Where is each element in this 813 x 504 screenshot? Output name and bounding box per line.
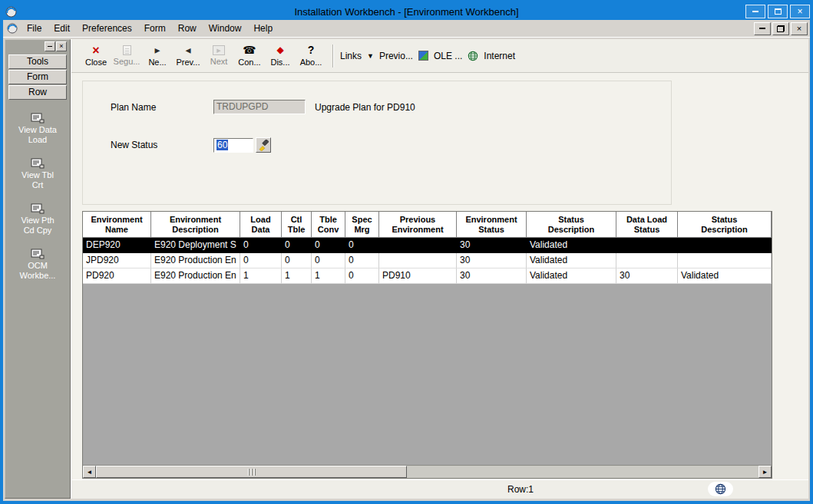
header-form-panel: Plan Name TRDUPGPD Upgrade Plan for PD91… xyxy=(82,81,672,205)
internet-globe-icon[interactable] xyxy=(468,51,478,61)
scroll-right-button[interactable]: ► xyxy=(758,466,772,478)
menu-item-window[interactable]: Window xyxy=(203,21,248,36)
menu-item-form[interactable]: Form xyxy=(138,21,172,36)
grid-cell[interactable] xyxy=(616,238,678,253)
toolbar-button-label: Prev... xyxy=(177,58,200,67)
grid-cell[interactable]: 0 xyxy=(282,253,312,268)
grid-cell[interactable]: 0 xyxy=(345,253,379,268)
sidebar-item-ocm[interactable]: OCM Workbe... xyxy=(8,249,67,281)
links-selected-value[interactable]: Previo... xyxy=(379,51,413,61)
table-row[interactable]: DEP920E920 Deployment S000030Validated xyxy=(83,238,772,253)
scrollbar-thumb[interactable] xyxy=(96,466,407,478)
grid-column-header[interactable]: Tble Conv xyxy=(312,212,345,238)
previous-record-icon: ◂ xyxy=(185,44,190,56)
grid-cell[interactable]: E920 Production En xyxy=(151,253,240,268)
grid-column-header[interactable]: Data Load Status xyxy=(616,212,678,238)
grid-column-header[interactable]: Status Description xyxy=(527,212,616,238)
maximize-icon xyxy=(775,8,782,15)
grid-column-header[interactable]: Spec Mrg xyxy=(345,212,379,238)
grid-cell[interactable]: Validated xyxy=(527,253,616,268)
scrollbar-track[interactable] xyxy=(96,466,758,478)
grid-column-header[interactable]: Environment Status xyxy=(457,212,527,238)
toolbar-button-prev[interactable]: ◂Prev... xyxy=(173,41,203,71)
grid-cell[interactable]: 1 xyxy=(282,268,312,284)
grid-cell[interactable] xyxy=(678,238,772,253)
grid-column-header[interactable]: Environment Description xyxy=(151,212,240,238)
grid-cell[interactable] xyxy=(379,253,457,268)
grid-cell[interactable]: 30 xyxy=(457,238,527,253)
toolbar-button-con[interactable]: ☎Con... xyxy=(234,41,265,71)
menu-item-preferences[interactable]: Preferences xyxy=(76,21,138,36)
grid-cell[interactable]: Validated xyxy=(678,268,772,284)
mdi-child-icon[interactable] xyxy=(7,23,18,34)
sidebar-item-view-data[interactable]: View Data Load xyxy=(8,113,67,145)
sidebar-close-button[interactable]: × xyxy=(56,41,67,51)
grid-column-header[interactable]: Status Description xyxy=(678,212,772,238)
grid-column-header[interactable]: Ctl Tble xyxy=(282,212,312,238)
mdi-close-icon: × xyxy=(797,24,801,33)
grid-header: Environment NameEnvironment DescriptionL… xyxy=(83,212,772,238)
sidebar-tab-row[interactable]: Row xyxy=(8,85,67,100)
grid-cell[interactable]: DEP920 xyxy=(83,238,151,253)
table-row[interactable]: PD920E920 Production En1110PD91030Valida… xyxy=(83,268,772,284)
internet-label[interactable]: Internet xyxy=(484,51,515,61)
mdi-restore-button[interactable] xyxy=(772,22,789,35)
toolbar-button-abo[interactable]: ?Abo... xyxy=(296,41,326,71)
maximize-button[interactable] xyxy=(768,5,788,18)
flashlight-icon xyxy=(258,140,269,151)
grid-cell[interactable]: JPD920 xyxy=(83,253,151,268)
grid-cell[interactable] xyxy=(616,253,678,268)
grid-cell[interactable]: 0 xyxy=(345,238,379,253)
sidebar-tab-tools[interactable]: Tools xyxy=(8,54,67,69)
new-status-field[interactable]: 60 xyxy=(213,138,253,153)
grid-cell[interactable]: 30 xyxy=(457,253,527,268)
sidebar-item-view-tbl[interactable]: View Tbl Crt xyxy=(8,158,67,190)
scroll-left-button[interactable]: ◄ xyxy=(83,466,96,478)
new-status-row: New Status 60 xyxy=(111,137,671,153)
grid-cell[interactable]: 0 xyxy=(345,268,379,284)
grid-cell[interactable]: 1 xyxy=(312,268,345,284)
sidebar-item-view-pth[interactable]: View Pth Cd Cpy xyxy=(8,203,67,236)
menu-item-edit[interactable]: Edit xyxy=(48,21,76,36)
menu-item-help[interactable]: Help xyxy=(247,21,279,36)
mdi-minimize-button[interactable] xyxy=(754,22,771,35)
table-row[interactable]: JPD920E920 Production En000030Validated xyxy=(83,253,772,268)
grid-cell[interactable]: Validated xyxy=(527,238,616,253)
grid-column-header[interactable]: Previous Environment xyxy=(379,212,457,238)
grid-column-header[interactable]: Load Data xyxy=(240,212,282,238)
new-status-label: New Status xyxy=(111,140,213,150)
menu-item-row[interactable]: Row xyxy=(172,21,203,36)
ole-icon[interactable] xyxy=(418,51,428,61)
visual-assist-button[interactable] xyxy=(256,137,271,153)
minimize-button[interactable] xyxy=(745,5,765,18)
sidebar-collapse-button[interactable] xyxy=(45,41,55,51)
toolbar-button-close[interactable]: ×Close xyxy=(81,41,111,71)
grid-cell[interactable]: 0 xyxy=(312,253,345,268)
grid-cell[interactable]: E920 Production En xyxy=(151,268,240,284)
menu-item-file[interactable]: File xyxy=(21,21,48,36)
grid-cell[interactable]: 0 xyxy=(240,238,282,253)
links-group: Links ▼ Previo... OLE ... Internet xyxy=(340,51,515,61)
grid-cell[interactable]: 1 xyxy=(240,268,282,284)
grid-cell[interactable]: PD920 xyxy=(83,268,151,284)
grid-cell[interactable]: 30 xyxy=(457,268,527,284)
grid-cell[interactable]: 30 xyxy=(616,268,678,284)
mdi-close-button[interactable]: × xyxy=(791,22,808,35)
grid-cell[interactable] xyxy=(678,253,772,268)
grid-column-header[interactable]: Environment Name xyxy=(83,212,151,238)
sidebar-tab-form[interactable]: Form xyxy=(8,70,67,84)
toolbar-button-dis[interactable]: ◆Dis... xyxy=(265,41,296,71)
grid-cell[interactable]: 0 xyxy=(282,238,312,253)
links-dropdown-arrow-icon[interactable]: ▼ xyxy=(367,52,374,60)
grid-cell[interactable]: PD910 xyxy=(379,268,457,284)
ole-label[interactable]: OLE ... xyxy=(434,51,462,61)
grid-cell[interactable]: Validated xyxy=(527,268,616,284)
toolbar: ×CloseSegu...▸Ne...◂Prev...▸Next☎Con...◆… xyxy=(71,39,808,73)
grid-cell[interactable]: 0 xyxy=(312,238,345,253)
globe-icon xyxy=(715,483,726,495)
toolbar-button-ne[interactable]: ▸Ne... xyxy=(142,41,173,71)
grid-cell[interactable]: E920 Deployment S xyxy=(151,238,240,253)
close-button[interactable]: × xyxy=(790,5,810,18)
grid-cell[interactable]: 0 xyxy=(240,253,282,268)
grid-cell[interactable] xyxy=(379,238,457,253)
